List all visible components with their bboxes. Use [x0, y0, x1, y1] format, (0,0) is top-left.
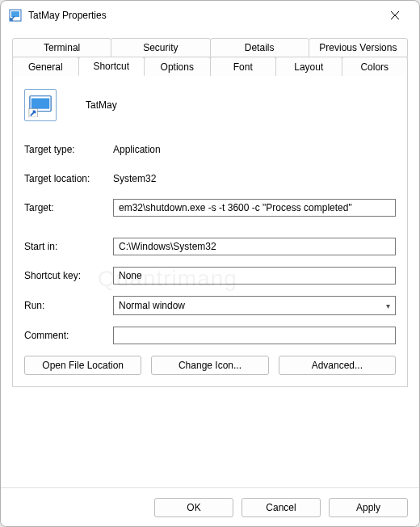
tab-previous-versions[interactable]: Previous Versions [309, 38, 408, 57]
open-file-location-button[interactable]: Open File Location [24, 356, 141, 375]
dialog-buttons: OK Cancel Apply [1, 487, 419, 526]
tab-layout[interactable]: Layout [275, 57, 342, 76]
tab-shortcut[interactable]: Shortcut [78, 57, 145, 76]
label-shortcut-key: Shortcut key: [24, 270, 113, 281]
label-target-location: Target location: [24, 173, 113, 184]
select-run[interactable]: Normal window ▾ [113, 296, 396, 315]
advanced-button[interactable]: Advanced... [279, 356, 396, 375]
tab-details[interactable]: Details [210, 38, 309, 57]
row-run: Run: Normal window ▾ [24, 296, 396, 315]
row-target-type: Target type: Application [24, 141, 396, 158]
shortcut-name: TatMay [86, 99, 117, 111]
tab-security[interactable]: Security [111, 38, 210, 57]
shortcut-panel: TatMay Target type: Application Target l… [12, 75, 408, 387]
tab-general[interactable]: General [12, 57, 79, 76]
label-comment: Comment: [24, 330, 113, 341]
cancel-button[interactable]: Cancel [242, 498, 321, 517]
tabs: Terminal Security Details Previous Versi… [12, 38, 408, 76]
input-comment[interactable] [113, 327, 396, 344]
tab-row-1: Terminal Security Details Previous Versi… [12, 38, 408, 57]
apply-button[interactable]: Apply [329, 498, 408, 517]
shortcut-header: TatMay [24, 89, 396, 121]
tab-colors[interactable]: Colors [342, 57, 409, 76]
chevron-down-icon: ▾ [386, 301, 390, 310]
shortcut-buttons: Open File Location Change Icon... Advanc… [24, 356, 396, 375]
close-icon [390, 11, 400, 20]
label-run: Run: [24, 300, 113, 311]
tab-font[interactable]: Font [210, 57, 277, 76]
content-area: Terminal Security Details Previous Versi… [1, 30, 419, 487]
value-target-type: Application [113, 144, 161, 155]
shortcut-icon [24, 89, 57, 121]
label-target-type: Target type: [24, 144, 113, 155]
properties-dialog: TatMay Properties Terminal Security Deta… [0, 0, 420, 527]
tab-row-2: General Shortcut Options Font Layout Col… [12, 57, 408, 76]
input-shortcut-key[interactable] [113, 267, 396, 285]
ok-button[interactable]: OK [154, 498, 233, 517]
select-run-value: Normal window [119, 300, 185, 311]
row-shortcut-key: Shortcut key: [24, 267, 396, 285]
row-comment: Comment: [24, 327, 396, 344]
tab-terminal[interactable]: Terminal [12, 38, 111, 57]
row-start-in: Start in: [24, 238, 396, 255]
change-icon-button[interactable]: Change Icon... [151, 356, 268, 375]
label-start-in: Start in: [24, 241, 113, 252]
input-start-in[interactable] [113, 238, 396, 255]
value-target-location: System32 [113, 173, 156, 184]
titlebar: TatMay Properties [1, 1, 419, 30]
window-icon [9, 9, 22, 22]
svg-rect-1 [11, 11, 19, 17]
window-title: TatMay Properties [28, 10, 379, 21]
close-button[interactable] [379, 4, 411, 27]
tab-options[interactable]: Options [144, 57, 211, 76]
svg-rect-3 [32, 99, 50, 109]
row-target: Target: [24, 199, 396, 217]
input-target[interactable] [113, 199, 396, 217]
label-target: Target: [24, 202, 113, 213]
row-target-location: Target location: System32 [24, 170, 396, 188]
